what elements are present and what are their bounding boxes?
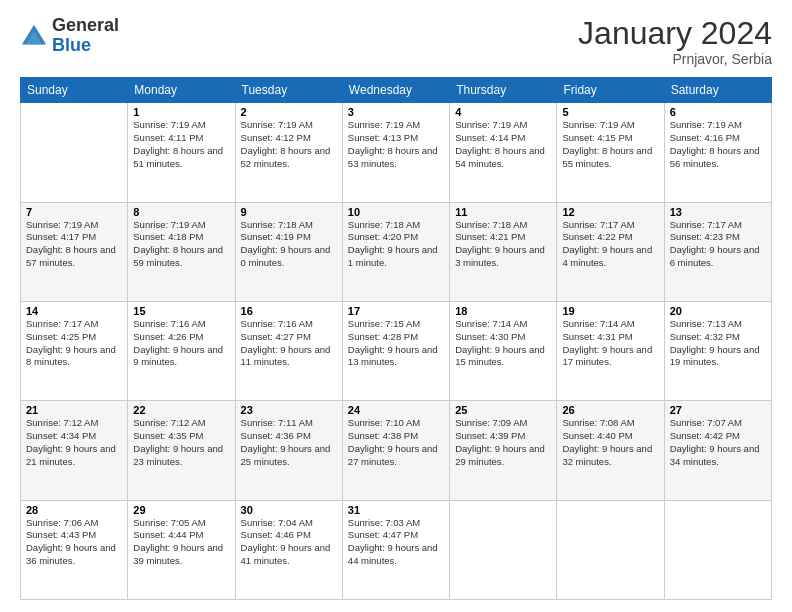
- day-number: 28: [26, 504, 122, 516]
- table-row: 28Sunrise: 7:06 AMSunset: 4:43 PMDayligh…: [21, 500, 128, 599]
- table-row: 9Sunrise: 7:18 AMSunset: 4:19 PMDaylight…: [235, 202, 342, 301]
- day-info: Sunrise: 7:06 AMSunset: 4:43 PMDaylight:…: [26, 517, 122, 568]
- col-thursday: Thursday: [450, 78, 557, 103]
- day-number: 7: [26, 206, 122, 218]
- col-monday: Monday: [128, 78, 235, 103]
- table-row: [557, 500, 664, 599]
- day-number: 19: [562, 305, 658, 317]
- day-info: Sunrise: 7:16 AMSunset: 4:27 PMDaylight:…: [241, 318, 337, 369]
- day-number: 2: [241, 106, 337, 118]
- day-info: Sunrise: 7:19 AMSunset: 4:11 PMDaylight:…: [133, 119, 229, 170]
- day-info: Sunrise: 7:19 AMSunset: 4:14 PMDaylight:…: [455, 119, 551, 170]
- day-info: Sunrise: 7:12 AMSunset: 4:35 PMDaylight:…: [133, 417, 229, 468]
- day-info: Sunrise: 7:05 AMSunset: 4:44 PMDaylight:…: [133, 517, 229, 568]
- day-number: 26: [562, 404, 658, 416]
- table-row: 6Sunrise: 7:19 AMSunset: 4:16 PMDaylight…: [664, 103, 771, 202]
- day-info: Sunrise: 7:17 AMSunset: 4:25 PMDaylight:…: [26, 318, 122, 369]
- table-row: 10Sunrise: 7:18 AMSunset: 4:20 PMDayligh…: [342, 202, 449, 301]
- table-row: 7Sunrise: 7:19 AMSunset: 4:17 PMDaylight…: [21, 202, 128, 301]
- table-row: 29Sunrise: 7:05 AMSunset: 4:44 PMDayligh…: [128, 500, 235, 599]
- table-row: [664, 500, 771, 599]
- col-saturday: Saturday: [664, 78, 771, 103]
- calendar-week-row: 7Sunrise: 7:19 AMSunset: 4:17 PMDaylight…: [21, 202, 772, 301]
- day-number: 14: [26, 305, 122, 317]
- day-info: Sunrise: 7:19 AMSunset: 4:18 PMDaylight:…: [133, 219, 229, 270]
- day-info: Sunrise: 7:19 AMSunset: 4:15 PMDaylight:…: [562, 119, 658, 170]
- col-friday: Friday: [557, 78, 664, 103]
- day-info: Sunrise: 7:19 AMSunset: 4:16 PMDaylight:…: [670, 119, 766, 170]
- table-row: 17Sunrise: 7:15 AMSunset: 4:28 PMDayligh…: [342, 301, 449, 400]
- calendar-week-row: 28Sunrise: 7:06 AMSunset: 4:43 PMDayligh…: [21, 500, 772, 599]
- day-info: Sunrise: 7:18 AMSunset: 4:21 PMDaylight:…: [455, 219, 551, 270]
- table-row: 25Sunrise: 7:09 AMSunset: 4:39 PMDayligh…: [450, 401, 557, 500]
- logo-general-text: General: [52, 16, 119, 36]
- day-info: Sunrise: 7:11 AMSunset: 4:36 PMDaylight:…: [241, 417, 337, 468]
- table-row: 31Sunrise: 7:03 AMSunset: 4:47 PMDayligh…: [342, 500, 449, 599]
- day-info: Sunrise: 7:08 AMSunset: 4:40 PMDaylight:…: [562, 417, 658, 468]
- day-number: 31: [348, 504, 444, 516]
- location-subtitle: Prnjavor, Serbia: [578, 51, 772, 67]
- day-number: 6: [670, 106, 766, 118]
- day-info: Sunrise: 7:19 AMSunset: 4:17 PMDaylight:…: [26, 219, 122, 270]
- table-row: 12Sunrise: 7:17 AMSunset: 4:22 PMDayligh…: [557, 202, 664, 301]
- calendar-header-row: Sunday Monday Tuesday Wednesday Thursday…: [21, 78, 772, 103]
- day-info: Sunrise: 7:07 AMSunset: 4:42 PMDaylight:…: [670, 417, 766, 468]
- day-number: 8: [133, 206, 229, 218]
- day-number: 18: [455, 305, 551, 317]
- day-number: 27: [670, 404, 766, 416]
- header: General Blue January 2024 Prnjavor, Serb…: [20, 16, 772, 67]
- table-row: 24Sunrise: 7:10 AMSunset: 4:38 PMDayligh…: [342, 401, 449, 500]
- table-row: 19Sunrise: 7:14 AMSunset: 4:31 PMDayligh…: [557, 301, 664, 400]
- day-info: Sunrise: 7:04 AMSunset: 4:46 PMDaylight:…: [241, 517, 337, 568]
- table-row: 23Sunrise: 7:11 AMSunset: 4:36 PMDayligh…: [235, 401, 342, 500]
- day-info: Sunrise: 7:17 AMSunset: 4:23 PMDaylight:…: [670, 219, 766, 270]
- day-number: 10: [348, 206, 444, 218]
- table-row: 1Sunrise: 7:19 AMSunset: 4:11 PMDaylight…: [128, 103, 235, 202]
- calendar-week-row: 14Sunrise: 7:17 AMSunset: 4:25 PMDayligh…: [21, 301, 772, 400]
- table-row: 8Sunrise: 7:19 AMSunset: 4:18 PMDaylight…: [128, 202, 235, 301]
- table-row: 27Sunrise: 7:07 AMSunset: 4:42 PMDayligh…: [664, 401, 771, 500]
- day-number: 21: [26, 404, 122, 416]
- day-number: 1: [133, 106, 229, 118]
- day-number: 4: [455, 106, 551, 118]
- day-info: Sunrise: 7:19 AMSunset: 4:13 PMDaylight:…: [348, 119, 444, 170]
- logo-blue-text: Blue: [52, 36, 119, 56]
- day-info: Sunrise: 7:19 AMSunset: 4:12 PMDaylight:…: [241, 119, 337, 170]
- table-row: 13Sunrise: 7:17 AMSunset: 4:23 PMDayligh…: [664, 202, 771, 301]
- table-row: 3Sunrise: 7:19 AMSunset: 4:13 PMDaylight…: [342, 103, 449, 202]
- day-info: Sunrise: 7:17 AMSunset: 4:22 PMDaylight:…: [562, 219, 658, 270]
- day-number: 24: [348, 404, 444, 416]
- day-info: Sunrise: 7:18 AMSunset: 4:19 PMDaylight:…: [241, 219, 337, 270]
- calendar-table: Sunday Monday Tuesday Wednesday Thursday…: [20, 77, 772, 600]
- logo-icon: [20, 22, 48, 50]
- day-number: 17: [348, 305, 444, 317]
- day-number: 9: [241, 206, 337, 218]
- day-number: 29: [133, 504, 229, 516]
- day-number: 20: [670, 305, 766, 317]
- table-row: [450, 500, 557, 599]
- day-info: Sunrise: 7:18 AMSunset: 4:20 PMDaylight:…: [348, 219, 444, 270]
- day-number: 3: [348, 106, 444, 118]
- table-row: 5Sunrise: 7:19 AMSunset: 4:15 PMDaylight…: [557, 103, 664, 202]
- day-number: 5: [562, 106, 658, 118]
- day-number: 22: [133, 404, 229, 416]
- logo-text: General Blue: [52, 16, 119, 56]
- calendar-week-row: 1Sunrise: 7:19 AMSunset: 4:11 PMDaylight…: [21, 103, 772, 202]
- title-block: January 2024 Prnjavor, Serbia: [578, 16, 772, 67]
- table-row: 11Sunrise: 7:18 AMSunset: 4:21 PMDayligh…: [450, 202, 557, 301]
- table-row: 16Sunrise: 7:16 AMSunset: 4:27 PMDayligh…: [235, 301, 342, 400]
- day-number: 25: [455, 404, 551, 416]
- table-row: 30Sunrise: 7:04 AMSunset: 4:46 PMDayligh…: [235, 500, 342, 599]
- page: General Blue January 2024 Prnjavor, Serb…: [0, 0, 792, 612]
- col-tuesday: Tuesday: [235, 78, 342, 103]
- month-title: January 2024: [578, 16, 772, 51]
- table-row: 2Sunrise: 7:19 AMSunset: 4:12 PMDaylight…: [235, 103, 342, 202]
- day-info: Sunrise: 7:16 AMSunset: 4:26 PMDaylight:…: [133, 318, 229, 369]
- col-sunday: Sunday: [21, 78, 128, 103]
- table-row: 21Sunrise: 7:12 AMSunset: 4:34 PMDayligh…: [21, 401, 128, 500]
- day-number: 30: [241, 504, 337, 516]
- day-number: 11: [455, 206, 551, 218]
- day-info: Sunrise: 7:14 AMSunset: 4:30 PMDaylight:…: [455, 318, 551, 369]
- day-info: Sunrise: 7:14 AMSunset: 4:31 PMDaylight:…: [562, 318, 658, 369]
- day-number: 23: [241, 404, 337, 416]
